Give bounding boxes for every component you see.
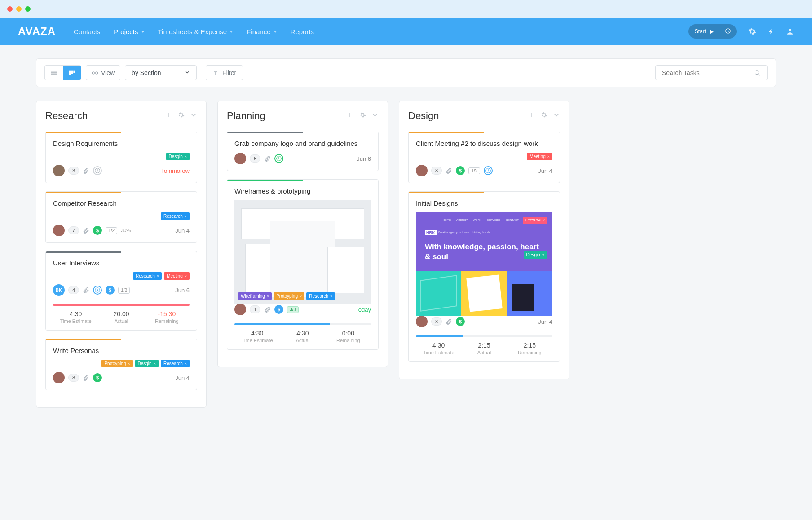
tag[interactable]: Desgin× [524,251,547,259]
tag-label: Research [309,294,328,299]
close-icon[interactable] [7,6,13,12]
column-settings-icon[interactable] [540,111,547,120]
view-label-button[interactable]: View [86,65,120,80]
tag-remove-icon[interactable]: × [185,361,187,366]
cta-badge: LET'S TALK [523,217,547,224]
time-estimate-label: Time Estimate [234,338,280,343]
avatar[interactable] [53,165,65,176]
avatar[interactable] [53,225,65,236]
comment-count[interactable]: 3 [68,167,79,175]
task-card[interactable]: Design Requirements Desgin× 3 Tommorow [45,132,197,183]
tag-remove-icon[interactable]: × [300,294,302,299]
view-select-value: by Section [132,69,161,76]
card-meta: BK 4 $1/2 Jun 6 [53,284,190,296]
column-title: Planning [227,110,265,122]
tag-remove-icon[interactable]: × [154,361,156,366]
time-estimate-label: Time Estimate [53,318,98,324]
card-title: Grab company logo and brand guidelines [234,140,371,147]
board: Research Design Requirements Desgin× 3 T… [36,101,776,408]
tag[interactable]: Desgin× [166,153,190,160]
tag-remove-icon[interactable]: × [267,294,269,299]
top-nav: AVAZA ContactsProjectsTimesheets & Expen… [0,18,812,45]
due-date: Jun 4 [538,167,552,174]
comment-count[interactable]: 4 [68,286,79,294]
column-settings-icon[interactable] [177,111,185,120]
tag-remove-icon[interactable]: × [185,274,187,278]
clock-icon [93,286,102,295]
tag[interactable]: Research× [161,212,190,220]
column-header: Research [45,110,197,122]
tag-remove-icon[interactable]: × [157,274,159,278]
task-card[interactable]: Wireframes & prototyping Wireframing×Pro… [227,179,379,350]
tag[interactable]: Research× [161,360,190,367]
add-task-icon[interactable] [528,111,535,120]
task-card[interactable]: User Interviews Research×Meeting× BK 4 $… [45,251,197,331]
task-card[interactable]: Competitor Research Research× 7 $1/230% … [45,191,197,243]
card-tags: Desgin× [53,153,190,160]
svg-point-1 [789,29,791,31]
start-timer-button[interactable]: Start ▶ [688,24,737,39]
comment-count[interactable]: 5 [250,154,260,163]
settings-icon[interactable] [748,27,756,35]
board-view-button[interactable] [63,66,81,80]
tag-remove-icon[interactable]: × [542,253,544,257]
card-meta: 7 $1/230% Jun 4 [53,225,190,236]
nav-item[interactable]: Finance [247,28,277,35]
tag-remove-icon[interactable]: × [185,214,187,219]
tag-remove-icon[interactable]: × [547,154,550,159]
timer-history-icon[interactable] [725,28,735,35]
toolbar: View by Section Filter [36,58,776,87]
task-card[interactable]: Grab company logo and brand guidelines 5… [227,132,379,171]
tag[interactable]: Desgin× [135,360,159,367]
filter-button[interactable]: Filter [206,65,243,80]
billable-icon: $ [106,286,115,295]
search-box[interactable] [655,65,768,80]
time-estimate-value: 4:30 [234,330,280,337]
comment-count[interactable]: 8 [431,167,442,175]
search-input[interactable] [662,69,750,76]
add-task-icon[interactable] [346,111,353,120]
time-row: 4:30Time Estimate 2:15Actual 2:15Remaini… [416,342,552,355]
task-card[interactable]: Client Meeting #2 to discuss design work… [408,132,560,183]
card-title: Initial Designs [416,199,552,207]
avatar[interactable] [416,316,428,327]
user-icon[interactable] [786,27,794,35]
tag[interactable]: Protoyping× [274,292,304,300]
avatar[interactable] [53,372,65,383]
tag-remove-icon[interactable]: × [330,294,332,299]
tag[interactable]: Meeting× [527,153,552,160]
column-settings-icon[interactable] [359,111,366,120]
tag-remove-icon[interactable]: × [128,361,130,366]
comment-count[interactable]: 1 [250,305,260,313]
tag[interactable]: Wireframing× [238,292,272,300]
maximize-icon[interactable] [25,6,31,12]
tag[interactable]: Research× [306,292,335,300]
add-task-icon[interactable] [165,111,172,120]
nav-item[interactable]: Timesheets & Expense [158,28,234,35]
collapse-icon[interactable] [190,111,197,120]
tag-remove-icon[interactable]: × [185,154,187,159]
comment-count[interactable]: 8 [431,317,442,326]
tag[interactable]: Protoyping× [102,360,132,367]
minimize-icon[interactable] [16,6,22,12]
task-card[interactable]: Write Personas Protoyping×Desgin×Researc… [45,339,197,390]
avatar[interactable]: BK [53,284,65,296]
nav-item[interactable]: Contacts [74,28,100,35]
nav-item[interactable]: Reports [291,28,314,35]
time-estimate-label: Time Estimate [416,350,461,355]
card-title: User Interviews [53,259,190,267]
collapse-icon[interactable] [371,111,379,120]
list-view-button[interactable] [45,66,63,80]
avatar[interactable] [234,304,246,315]
tag[interactable]: Meeting× [164,272,190,280]
avatar[interactable] [234,153,246,164]
comment-count[interactable]: 8 [68,374,79,382]
avatar[interactable] [416,165,428,176]
tag[interactable]: Research× [133,272,162,280]
collapse-icon[interactable] [553,111,560,120]
view-select[interactable]: by Section [125,65,197,80]
task-card[interactable]: Initial Designs HOMEAGENCYWORKSERVICESCO… [408,191,560,362]
nav-item[interactable]: Projects [114,28,144,35]
bolt-icon[interactable] [768,27,774,35]
comment-count[interactable]: 7 [68,226,79,234]
